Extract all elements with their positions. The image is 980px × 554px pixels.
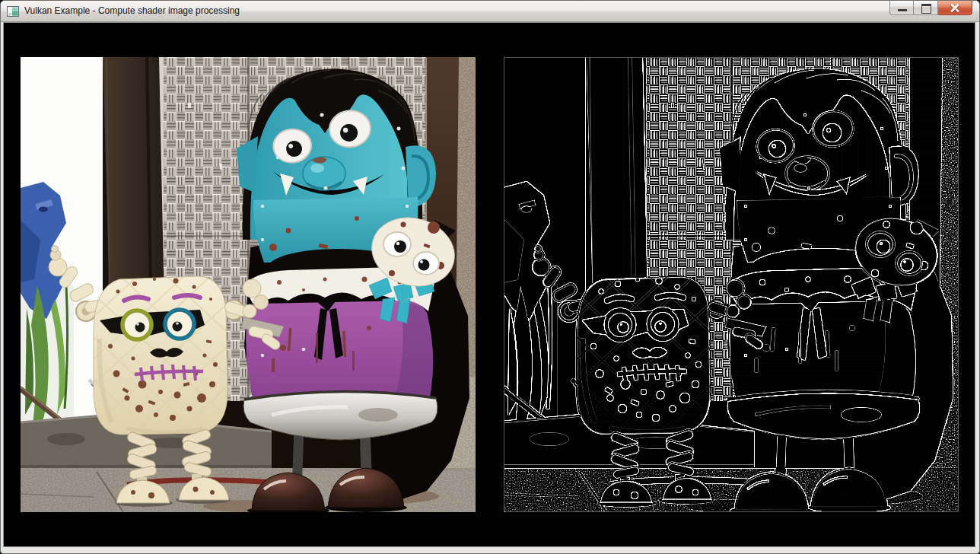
titlebar[interactable]: Vulkan Example - Compute shader image pr…: [1, 1, 979, 22]
edge-detected-image: [504, 57, 959, 512]
minimize-button[interactable]: [889, 1, 914, 15]
maximize-icon: [921, 4, 931, 14]
panel-edge-output: [504, 57, 959, 512]
window-title: Vulkan Example - Compute shader image pr…: [24, 1, 240, 21]
app-window: Vulkan Example - Compute shader image pr…: [0, 0, 980, 554]
close-icon: [950, 2, 960, 13]
close-button[interactable]: [938, 1, 972, 15]
maximize-button[interactable]: [914, 1, 938, 15]
window-controls: [889, 1, 972, 15]
render-area: [3, 22, 975, 547]
panel-original: [21, 57, 476, 512]
application-icon: [7, 5, 19, 18]
original-image: [21, 57, 476, 512]
minimize-icon: [898, 9, 907, 11]
